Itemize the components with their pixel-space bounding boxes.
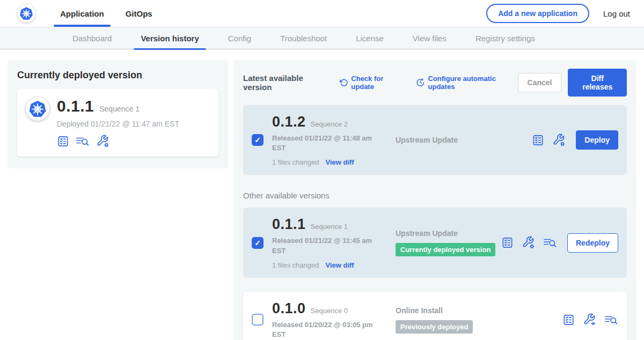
version-info: 0.1.2 Sequence 2 Released 01/21/22 @ 11:… xyxy=(272,114,389,166)
cancel-button[interactable]: Cancel xyxy=(518,73,562,92)
version-checkbox[interactable]: ✓ xyxy=(252,237,264,249)
subnav-tab-view-files[interactable]: View files xyxy=(398,27,461,49)
kubernetes-app-icon xyxy=(28,99,47,119)
version-sequence: Sequence 1 xyxy=(311,223,348,231)
check-for-update-label: Check for update xyxy=(351,75,404,91)
tab-gitops[interactable]: GitOps xyxy=(119,0,159,27)
kubernetes-logo-icon xyxy=(19,6,34,21)
deploy-logs-icon[interactable] xyxy=(76,135,90,147)
main-content: Currently deployed version 0 xyxy=(0,49,644,340)
version-card-0-1-0: 0.1.0 Sequence 0 Released 01/20/22 @ 03:… xyxy=(243,292,627,340)
edit-config-icon[interactable] xyxy=(96,135,109,148)
redeploy-button[interactable]: Redeploy xyxy=(567,233,618,253)
view-config-icon[interactable] xyxy=(583,313,596,327)
source-label: Online Install xyxy=(396,306,562,315)
subnav-tab-registry-settings[interactable]: Registry settings xyxy=(461,27,550,49)
subnav-tab-label: Registry settings xyxy=(475,34,535,43)
version-sequence: Sequence 0 xyxy=(311,307,348,315)
view-diff-link[interactable]: View diff xyxy=(325,261,354,269)
files-changed: 1 files changed xyxy=(272,261,319,269)
deployed-version-card: 0.1.1 Sequence 1 Deployed 01/21/22 @ 11:… xyxy=(17,88,218,157)
active-subnav-underline xyxy=(134,48,206,50)
tab-gitops-label: GitOps xyxy=(126,9,152,18)
version-source: Upstream Update xyxy=(389,136,532,144)
subnav-tab-label: Config xyxy=(228,34,251,43)
edit-config-icon[interactable] xyxy=(522,236,535,249)
previously-deployed-badge: Previously deployed xyxy=(396,320,473,334)
tab-application[interactable]: Application xyxy=(54,0,111,27)
version-source: Online Install Previously deployed xyxy=(389,306,562,334)
subnav-tab-label: Troubleshoot xyxy=(280,34,327,43)
active-tab-underline xyxy=(54,25,111,27)
version-number: 0.1.2 xyxy=(272,114,306,130)
subnav-tab-troubleshoot[interactable]: Troubleshoot xyxy=(266,27,341,49)
configure-automatic-updates-link[interactable]: Configure automatic updates xyxy=(416,75,518,91)
subnav-tab-label: Version history xyxy=(141,34,199,43)
app-subnav: Dashboard Version history Config Trouble… xyxy=(0,27,644,49)
subnav-tab-license[interactable]: License xyxy=(341,27,398,49)
version-actions: Redeploy xyxy=(501,233,618,253)
version-actions xyxy=(562,313,618,327)
version-number: 0.1.1 xyxy=(272,216,306,233)
other-available-versions-label: Other available versions xyxy=(243,191,627,200)
top-navbar: Application GitOps Add a new application… xyxy=(0,0,644,27)
available-versions-panel: Latest available version Check for updat… xyxy=(233,60,636,340)
app-icon xyxy=(26,97,49,121)
version-card-0-1-2: ✓ 0.1.2 Sequence 2 Released 01/21/22 @ 1… xyxy=(243,105,627,175)
deploy-logs-icon[interactable] xyxy=(604,314,618,326)
schedule-update-icon xyxy=(416,78,425,87)
version-sequence: Sequence 2 xyxy=(311,120,348,128)
version-number: 0.1.0 xyxy=(272,300,306,317)
currently-deployed-badge: Currently deployed version xyxy=(396,243,495,256)
tab-application-label: Application xyxy=(60,9,104,18)
deployed-version-number: 0.1.1 xyxy=(57,97,94,115)
subnav-tab-label: License xyxy=(356,34,384,43)
version-info: 0.1.0 Sequence 0 Released 01/20/22 @ 03:… xyxy=(272,300,389,339)
preflight-checks-icon[interactable] xyxy=(532,134,544,146)
subnav-tab-label: Dashboard xyxy=(72,34,112,43)
subnav-tab-label: View files xyxy=(413,34,447,43)
configure-automatic-updates-label: Configure automatic updates xyxy=(428,75,518,91)
preflight-checks-icon[interactable] xyxy=(57,135,69,147)
diff-releases-button[interactable]: Diff releases xyxy=(568,69,627,97)
deployed-timestamp: Deployed 01/21/22 @ 11:47 am EST xyxy=(57,120,179,128)
preflight-checks-icon[interactable] xyxy=(501,236,514,249)
subnav-tab-dashboard[interactable]: Dashboard xyxy=(58,27,126,49)
source-label: Upstream Update xyxy=(396,136,532,144)
version-card-0-1-1: ✓ 0.1.1 Sequence 1 Released 01/21/22 @ 1… xyxy=(243,208,627,277)
version-info: 0.1.1 Sequence 1 Released 01/21/22 @ 11:… xyxy=(272,216,389,269)
add-new-application-button[interactable]: Add a new application xyxy=(486,4,589,23)
logout-link[interactable]: Log out xyxy=(603,9,630,18)
refresh-icon xyxy=(340,78,348,87)
currently-deployed-panel: Currently deployed version 0 xyxy=(8,60,228,168)
deployed-sequence: Sequence 1 xyxy=(99,105,140,113)
view-diff-link[interactable]: View diff xyxy=(325,158,354,166)
latest-available-title: Latest available version xyxy=(243,73,328,92)
released-timestamp: Released 01/20/22 @ 03:05 pm EST xyxy=(272,320,377,339)
released-timestamp: Released 01/21/22 @ 11:48 am EST xyxy=(272,134,377,153)
version-actions: Deploy xyxy=(532,130,618,150)
source-label: Upstream Update xyxy=(396,229,501,238)
subnav-tab-config[interactable]: Config xyxy=(214,27,266,49)
files-changed: 1 files changed xyxy=(272,158,319,166)
deploy-button[interactable]: Deploy xyxy=(576,130,618,150)
version-checkbox[interactable]: ✓ xyxy=(252,134,264,146)
preflight-checks-icon[interactable] xyxy=(562,314,575,326)
version-source: Upstream Update Currently deployed versi… xyxy=(389,229,501,256)
deploy-logs-icon[interactable] xyxy=(543,236,557,249)
kubernetes-logo xyxy=(17,4,35,23)
version-checkbox[interactable] xyxy=(252,314,264,326)
deployed-version-details: 0.1.1 Sequence 1 Deployed 01/21/22 @ 11:… xyxy=(57,97,179,148)
currently-deployed-title: Currently deployed version xyxy=(17,70,218,81)
edit-config-icon[interactable] xyxy=(552,134,566,147)
subnav-tab-version-history[interactable]: Version history xyxy=(126,27,213,49)
released-timestamp: Released 01/21/22 @ 11:45 am EST xyxy=(272,236,377,255)
available-versions-header: Latest available version Check for updat… xyxy=(243,69,627,97)
check-for-update-link[interactable]: Check for update xyxy=(340,75,404,91)
